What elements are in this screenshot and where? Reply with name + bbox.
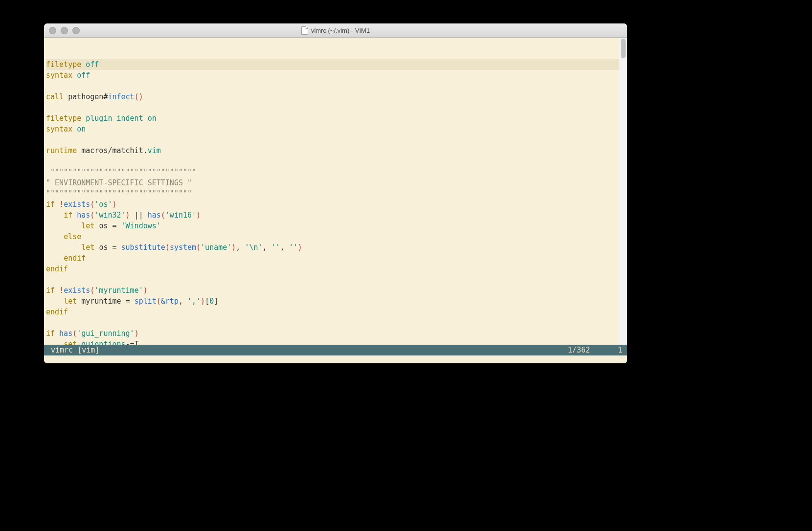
code-line: let os = 'Windows' bbox=[46, 221, 619, 231]
blank-line bbox=[46, 317, 619, 328]
code-line: filetype off bbox=[46, 59, 619, 70]
window-title-group: vimrc (~/.vim) - VIM1 bbox=[44, 26, 627, 35]
command-line[interactable] bbox=[44, 355, 627, 363]
statusbar: vimrc [vim] 1/362 1 bbox=[44, 345, 627, 355]
comment-line: " ENVIRONMENT-SPECIFIC SETTINGS " bbox=[46, 177, 619, 188]
zoom-icon[interactable] bbox=[72, 27, 80, 34]
file-icon bbox=[301, 26, 308, 35]
status-filename: vimrc [vim] bbox=[46, 345, 99, 355]
code-line: endif bbox=[46, 264, 619, 274]
code-line: endif bbox=[46, 307, 619, 317]
editor-wrap: filetype offsyntax off call pathogen#inf… bbox=[44, 38, 627, 345]
code-line: else bbox=[46, 231, 619, 242]
code-line: endif bbox=[46, 253, 619, 264]
code-line: if has('gui_running') bbox=[46, 328, 619, 339]
window-title: vimrc (~/.vim) - VIM1 bbox=[311, 27, 370, 34]
code-line: syntax off bbox=[46, 70, 619, 81]
code-line: let os = substitute(system('uname'), '\n… bbox=[46, 242, 619, 253]
blank-line bbox=[46, 156, 619, 167]
code-line: syntax on bbox=[46, 124, 619, 134]
blank-line bbox=[46, 81, 619, 91]
code-line: if has('win32') || has('win16') bbox=[46, 210, 619, 221]
blank-line bbox=[46, 134, 619, 145]
code-line: call pathogen#infect() bbox=[46, 91, 619, 102]
code-line: filetype plugin indent on bbox=[46, 113, 619, 124]
minimize-icon[interactable] bbox=[61, 27, 68, 34]
app-window: vimrc (~/.vim) - VIM1 filetype offsyntax… bbox=[44, 23, 627, 363]
status-col: 1 bbox=[593, 345, 625, 355]
close-icon[interactable] bbox=[49, 27, 56, 34]
comment-line: """"""""""""""""""""""""""""""""" bbox=[46, 188, 619, 199]
editor[interactable]: filetype offsyntax off call pathogen#inf… bbox=[44, 38, 619, 345]
code-line: let myruntime = split(&rtp, ',')[0] bbox=[46, 296, 619, 307]
blank-line bbox=[46, 274, 619, 285]
code-line: if !exists('myruntime') bbox=[46, 285, 619, 296]
code-line: set guioptions-=T bbox=[46, 339, 619, 345]
scrollbar[interactable] bbox=[619, 38, 627, 345]
code-line: runtime macros/matchit.vim bbox=[46, 145, 619, 156]
blank-line bbox=[46, 102, 619, 113]
titlebar[interactable]: vimrc (~/.vim) - VIM1 bbox=[44, 23, 627, 38]
code-line: if !exists('os') bbox=[46, 199, 619, 210]
window-controls bbox=[44, 27, 80, 34]
status-line-count: 1/362 bbox=[568, 345, 593, 355]
code-area: filetype offsyntax off call pathogen#inf… bbox=[44, 59, 619, 345]
scroll-thumb[interactable] bbox=[621, 39, 626, 58]
comment-line: """"""""""""""""""""""""""""""""" bbox=[46, 167, 619, 177]
